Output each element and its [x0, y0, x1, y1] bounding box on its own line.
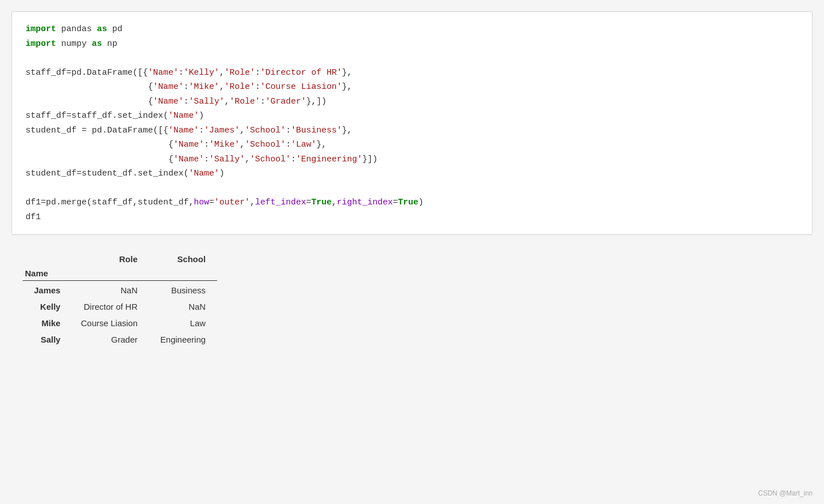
table-row: Mike Course Liasion Law [23, 315, 217, 331]
index-label: Name [23, 266, 70, 281]
row-index-kelly: Kelly [23, 298, 70, 315]
row-school-sally: Engineering [149, 331, 217, 348]
row-school-kelly: NaN [149, 298, 217, 315]
col-header-school: School [149, 252, 217, 266]
row-index-james: James [23, 282, 70, 298]
row-role-kelly: Director of HR [70, 298, 149, 315]
col-header-role: Role [70, 252, 149, 266]
index-header-spacer [23, 252, 70, 266]
table-row: Sally Grader Engineering [23, 331, 217, 348]
row-role-mike: Course Liasion [70, 315, 149, 331]
code-block: import pandas as pd import numpy as np s… [11, 11, 813, 235]
table-row: James NaN Business [23, 282, 217, 298]
dataframe-table: Role School Name James NaN Business Kell… [23, 252, 217, 348]
page-wrapper: import pandas as pd import numpy as np s… [0, 0, 824, 359]
column-header-row: Role School [23, 252, 217, 266]
dataframe-container: Role School Name James NaN Business Kell… [23, 252, 813, 348]
row-role-sally: Grader [70, 331, 149, 348]
row-role-james: NaN [70, 282, 149, 298]
row-index-mike: Mike [23, 315, 70, 331]
table-row: Kelly Director of HR NaN [23, 298, 217, 315]
row-school-mike: Law [149, 315, 217, 331]
watermark: CSDN @Mart_inn [758, 489, 813, 497]
index-header-row: Name [23, 266, 217, 281]
row-index-sally: Sally [23, 331, 70, 348]
row-school-james: Business [149, 282, 217, 298]
